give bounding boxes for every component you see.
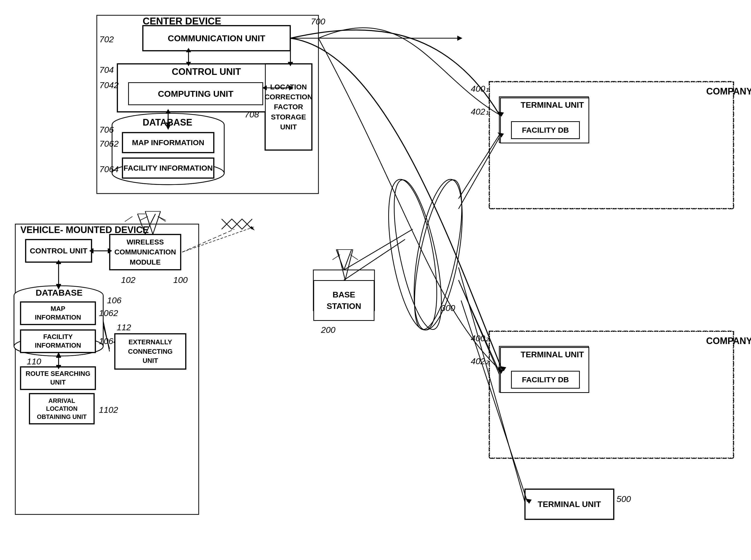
company-a-box: COMPANY A TERMINAL UNIT FACILITY DB — [489, 81, 734, 209]
svg-line-83 — [158, 217, 165, 220]
ref-112: 112 — [117, 322, 131, 332]
ref-500: 500 — [616, 494, 631, 504]
diagram: CENTER DEVICE 700 COMMUNICATION UNIT 702… — [0, 0, 751, 560]
svg-point-90 — [405, 176, 463, 333]
svg-marker-77 — [457, 36, 462, 41]
svg-line-87 — [333, 255, 340, 260]
ref-106: 106 — [107, 295, 121, 305]
ref-100: 100 — [173, 275, 188, 285]
svg-marker-121 — [56, 354, 61, 358]
terminal-unit-500-box: TERMINAL UNIT — [525, 489, 614, 520]
map-info-vehicle-box: MAPINFORMATION — [20, 302, 96, 325]
ref-708: 708 — [244, 109, 259, 119]
svg-point-89 — [392, 176, 451, 333]
ref-1102: 1102 — [99, 405, 118, 415]
ref-7064: 7064 — [99, 164, 119, 174]
facility-info-vehicle-box: FACILITYINFORMATION — [20, 330, 96, 353]
route-searching-box: ROUTE SEARCHINGUNIT — [20, 367, 96, 389]
ref-700: 700 — [311, 17, 325, 26]
terminal-unit-a-label: TERMINAL UNIT — [509, 100, 596, 110]
wireless-antenna-icon — [138, 206, 168, 237]
svg-line-79 — [145, 212, 153, 234]
company-a-label: COMPANY A — [612, 86, 751, 97]
arrival-location-box: ARRIVALLOCATIONOBTAINING UNIT — [29, 394, 94, 424]
ref-702: 702 — [99, 34, 114, 44]
svg-line-82 — [140, 217, 148, 220]
vehicle-control-unit-box: CONTROL UNIT — [25, 239, 92, 262]
svg-line-85 — [345, 249, 353, 280]
ref-1062: 1062 — [99, 308, 118, 318]
ref-706: 706 — [99, 125, 114, 135]
computing-unit-box: COMPUTING UNIT — [128, 82, 263, 105]
svg-line-84 — [338, 249, 345, 280]
ref-400-1: 400₁ — [471, 83, 489, 94]
facility-db-b-box: FACILITY DB — [511, 371, 580, 388]
map-info-center-box: MAP INFORMATION — [122, 133, 214, 153]
svg-line-88 — [350, 255, 358, 260]
database-vehicle-label: DATABASE — [36, 288, 82, 298]
svg-line-71 — [125, 217, 133, 222]
ref-7042: 7042 — [99, 80, 119, 90]
externally-connecting-box: EXTERNALLYCONNECTINGUNIT — [115, 334, 186, 369]
svg-line-80 — [153, 212, 160, 234]
database-center-label: DATABASE — [143, 117, 192, 128]
svg-marker-58 — [56, 352, 61, 357]
facility-info-center-box: FACILITY INFORMATION — [122, 158, 214, 178]
base-station-antenna-icon — [330, 244, 360, 283]
ref-704: 704 — [99, 65, 114, 75]
ref-102: 102 — [121, 275, 136, 285]
ref-7062: 7062 — [99, 139, 119, 149]
terminal-unit-b-outer: TERMINAL UNIT FACILITY DB — [500, 347, 589, 393]
vehicle-mounted-label: VEHICLE- MOUNTED DEVICE — [20, 225, 149, 235]
location-correction-box: LOCATIONCORRECTIONFACTORSTORAGEUNIT — [265, 64, 312, 150]
center-device-label: CENTER DEVICE — [143, 16, 221, 27]
facility-db-a-box: FACILITY DB — [511, 121, 580, 139]
zigzag-arrows — [217, 214, 257, 234]
ref-200: 200 — [321, 325, 336, 335]
wireless-comm-box: WIRELESSCOMMUNICATIONMODULE — [110, 234, 181, 270]
terminal-unit-a-outer: TERMINAL UNIT FACILITY DB — [500, 98, 589, 143]
company-b-label: COMPANY B — [612, 336, 751, 346]
ref-402-1: 402₁ — [471, 106, 489, 117]
communication-unit-box: COMMUNICATION UNIT — [143, 25, 291, 51]
ref-402-2: 402₂ — [471, 356, 489, 366]
network-ellipses — [392, 165, 463, 344]
ref-110: 110 — [27, 357, 41, 366]
ref-400-2: 400₂ — [471, 333, 489, 343]
svg-marker-91 — [250, 226, 255, 231]
company-b-box: COMPANY B TERMINAL UNIT FACILITY DB — [489, 331, 734, 458]
base-station-box: BASESTATION — [313, 280, 374, 321]
terminal-unit-b-label: TERMINAL UNIT — [509, 350, 596, 359]
